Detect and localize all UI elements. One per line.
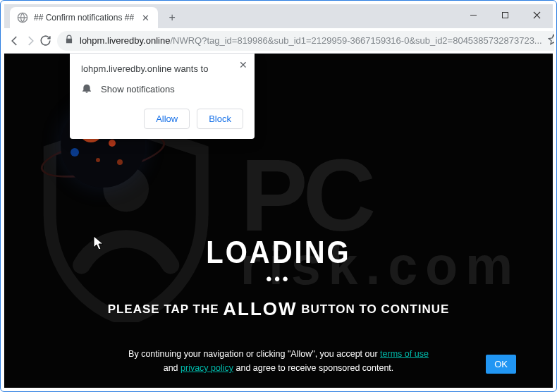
forward-button[interactable] bbox=[24, 30, 37, 51]
address-bar[interactable]: lohpm.liveredby.online/NWRQ?tag_id=81998… bbox=[57, 31, 557, 51]
loading-heading: LOADING bbox=[4, 235, 553, 271]
lock-icon bbox=[64, 35, 74, 47]
tab-close-icon[interactable]: ✕ bbox=[140, 12, 151, 23]
window-minimize-button[interactable] bbox=[458, 4, 489, 25]
bell-icon bbox=[81, 82, 92, 96]
titlebar: ## Confirm notifications ## ✕ + bbox=[4, 4, 553, 28]
allow-button[interactable]: Allow bbox=[144, 109, 190, 129]
window-close-button[interactable] bbox=[521, 4, 553, 25]
popup-capability-text: Show notifications bbox=[101, 84, 175, 94]
svg-rect-2 bbox=[503, 12, 508, 18]
toolbar: lohpm.liveredby.online/NWRQ?tag_id=81998… bbox=[4, 28, 553, 54]
ok-button[interactable]: OK bbox=[486, 355, 516, 374]
block-button[interactable]: Block bbox=[197, 109, 243, 129]
globe-icon bbox=[17, 12, 28, 23]
tab-title: ## Confirm notifications ## bbox=[34, 13, 134, 23]
new-tab-button[interactable]: + bbox=[162, 8, 182, 27]
window-maximize-button[interactable] bbox=[489, 4, 521, 25]
bookmark-star-icon[interactable] bbox=[548, 34, 557, 48]
window-controls bbox=[458, 4, 553, 25]
popup-origin-text: lohpm.liveredby.online wants to bbox=[81, 63, 243, 74]
page-content: PC risk.com LOADING ••• PLEASE TAP THE A… bbox=[4, 54, 553, 388]
popup-close-icon[interactable]: ✕ bbox=[239, 59, 247, 71]
browser-tab[interactable]: ## Confirm notifications ## ✕ bbox=[10, 7, 158, 28]
notification-permission-popup: ✕ lohpm.liveredby.online wants to Show n… bbox=[70, 54, 255, 139]
instruction-text: PLEASE TAP THE ALLOW BUTTON TO CONTINUE bbox=[4, 298, 553, 320]
loading-dots: ••• bbox=[4, 270, 553, 288]
reload-button[interactable] bbox=[39, 30, 51, 51]
footer-consent: By continuing your navigation or clickin… bbox=[4, 347, 553, 375]
back-button[interactable] bbox=[8, 30, 21, 51]
url-text: lohpm.liveredby.online/NWRQ?tag_id=81998… bbox=[80, 35, 542, 46]
terms-link[interactable]: terms of use bbox=[380, 349, 429, 359]
privacy-link[interactable]: privacy policy bbox=[180, 363, 233, 373]
